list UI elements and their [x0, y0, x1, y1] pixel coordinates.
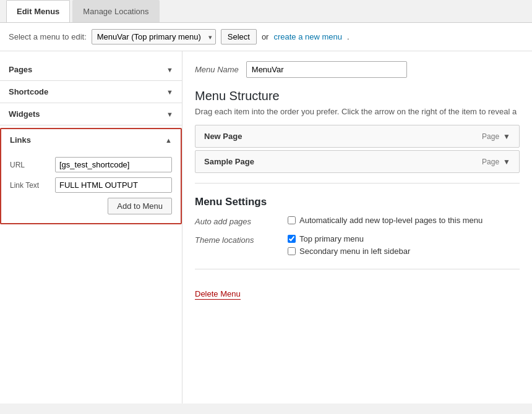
menu-name-row: Menu Name: [195, 61, 520, 78]
menu-item[interactable]: Sample Page Page ▼: [195, 150, 520, 173]
accordion-widgets-arrow: ▼: [166, 111, 173, 118]
menu-structure-title: Menu Structure: [195, 89, 520, 103]
top-primary-label: Top primary menu: [299, 234, 364, 243]
link-text-row: Link Text: [10, 177, 172, 193]
create-link-suffix: .: [347, 32, 350, 41]
accordion-widgets: Widgets ▼: [0, 103, 182, 125]
secondary-sidebar-label: Secondary menu in left sidebar: [299, 247, 410, 256]
or-text: or: [262, 32, 269, 41]
url-label: URL: [10, 161, 50, 169]
auto-add-checkbox[interactable]: [288, 216, 296, 224]
right-panel: Menu Name Menu Structure Drag each item …: [182, 51, 532, 403]
delete-menu-link[interactable]: Delete Menu: [195, 289, 241, 300]
accordion-links: Links ▲ URL Link Text Add to Menu: [0, 128, 182, 224]
accordion-shortcode-label: Shortcode: [9, 87, 48, 96]
top-primary-checkbox[interactable]: [288, 235, 296, 243]
menu-item-expand-icon[interactable]: ▼: [503, 158, 510, 166]
menu-item-name: Sample Page: [204, 157, 254, 166]
accordion-pages-arrow: ▼: [166, 66, 173, 74]
accordion-pages-header[interactable]: Pages ▼: [0, 59, 182, 80]
auto-add-content: Automatically add new top-level pages to…: [288, 216, 520, 228]
menu-item-right: Page ▼: [482, 132, 510, 141]
main-content: Pages ▼ Shortcode ▼ Widgets ▼ Links ▲: [0, 51, 532, 403]
tab-edit-menus[interactable]: Edit Menus: [6, 0, 70, 22]
accordion-shortcode: Shortcode ▼: [0, 81, 182, 103]
auto-add-label: Auto add pages: [195, 216, 275, 226]
url-input[interactable]: [55, 157, 172, 172]
menu-select-wrapper[interactable]: MenuVar (Top primary menu): [92, 29, 216, 44]
left-panel: Pages ▼ Shortcode ▼ Widgets ▼ Links ▲: [0, 51, 182, 403]
accordion-widgets-label: Widgets: [9, 109, 40, 119]
settings-title: Menu Settings: [195, 196, 520, 208]
menu-item-expand-icon[interactable]: ▼: [503, 132, 510, 141]
auto-add-text: Automatically add new top-level pages to…: [299, 216, 483, 225]
accordion-links-arrow: ▲: [165, 137, 172, 144]
link-text-label: Link Text: [10, 181, 50, 190]
delete-divider: [195, 269, 520, 269]
links-body: URL Link Text Add to Menu: [1, 151, 181, 223]
menu-select[interactable]: MenuVar (Top primary menu): [92, 29, 216, 44]
menu-settings: Menu Settings Auto add pages Automatical…: [195, 196, 520, 259]
accordion-widgets-header[interactable]: Widgets ▼: [0, 103, 182, 125]
toolbar: Select a menu to edit: MenuVar (Top prim…: [0, 23, 532, 51]
theme-location-top-primary: Top primary menu: [288, 234, 520, 243]
create-new-menu-link[interactable]: create a new menu: [273, 32, 342, 41]
menu-item[interactable]: New Page Page ▼: [195, 125, 520, 148]
menu-item-type: Page: [482, 132, 499, 141]
auto-add-row: Auto add pages Automatically add new top…: [195, 216, 520, 228]
accordion-pages: Pages ▼: [0, 59, 182, 81]
accordion-links-header[interactable]: Links ▲: [1, 129, 181, 151]
accordion-shortcode-arrow: ▼: [166, 88, 173, 96]
menu-item-type: Page: [482, 158, 499, 166]
add-to-menu-button[interactable]: Add to Menu: [108, 198, 172, 214]
menu-structure-desc: Drag each item into the order you prefer…: [195, 107, 520, 116]
tabs-bar: Edit Menus Manage Locations: [0, 0, 532, 23]
link-text-input[interactable]: [55, 177, 172, 193]
secondary-sidebar-checkbox[interactable]: [288, 247, 296, 255]
theme-location-secondary: Secondary menu in left sidebar: [288, 247, 520, 256]
theme-locations-content: Top primary menu Secondary menu in left …: [288, 234, 520, 259]
menu-name-label: Menu Name: [195, 65, 239, 74]
accordion-shortcode-header[interactable]: Shortcode ▼: [0, 81, 182, 103]
accordion-pages-label: Pages: [9, 65, 32, 74]
settings-divider: [195, 183, 520, 184]
auto-add-checkbox-row: Automatically add new top-level pages to…: [288, 216, 520, 225]
theme-locations-label: Theme locations: [195, 234, 275, 245]
tab-manage-locations[interactable]: Manage Locations: [72, 0, 159, 22]
select-menu-label: Select a menu to edit:: [9, 32, 87, 41]
url-row: URL: [10, 157, 172, 172]
theme-locations-row: Theme locations Top primary menu Seconda…: [195, 234, 520, 259]
menu-items-list: New Page Page ▼ Sample Page Page ▼: [195, 125, 520, 173]
menu-item-right: Page ▼: [482, 158, 510, 166]
menu-item-name: New Page: [204, 132, 242, 141]
select-button[interactable]: Select: [221, 29, 257, 44]
accordion-links-label: Links: [10, 135, 31, 145]
menu-name-input[interactable]: [246, 61, 407, 78]
